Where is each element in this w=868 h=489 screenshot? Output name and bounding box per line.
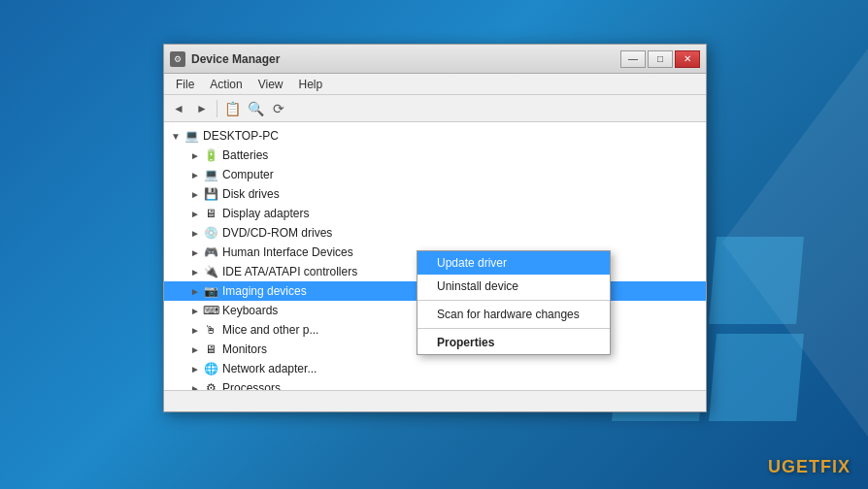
expand-batteries[interactable]: ► (187, 147, 203, 163)
scan-hardware-button[interactable]: ⟳ (268, 98, 289, 119)
disk-label: Disk drives (222, 187, 280, 201)
list-item[interactable]: ► ⚙ Processors (164, 378, 706, 390)
list-item[interactable]: ► 🔋 Batteries (164, 146, 706, 165)
tree-root[interactable]: ▼ 💻 DESKTOP-PC (164, 126, 706, 146)
toolbar-separator-1 (217, 100, 217, 117)
expand-network[interactable]: ► (187, 361, 203, 376)
monitors-icon: 🖥 (203, 342, 218, 357)
update-driver-button[interactable]: 🔍 (245, 98, 266, 119)
expand-display[interactable]: ► (187, 206, 203, 221)
titlebar-buttons: — □ ✕ (620, 50, 700, 68)
expand-ide[interactable]: ► (187, 264, 203, 279)
display-label: Display adapters (222, 207, 309, 220)
processors-label: Processors (222, 381, 281, 390)
statusbar (164, 390, 706, 411)
close-button[interactable]: ✕ (675, 50, 700, 68)
expand-processors[interactable]: ► (187, 380, 203, 390)
expand-computer[interactable]: ► (187, 167, 203, 182)
list-item[interactable]: ► 💿 DVD/CD-ROM drives (164, 223, 706, 243)
titlebar: ⚙ Device Manager — □ ✕ (164, 45, 706, 74)
device-manager-window: ⚙ Device Manager — □ ✕ File Action View … (163, 44, 707, 412)
ctx-separator-2 (417, 328, 610, 329)
list-item[interactable]: ► 💾 Disk drives (164, 184, 706, 204)
expand-imaging[interactable]: ► (187, 283, 203, 299)
network-icon: 🌐 (203, 361, 218, 376)
forward-button[interactable]: ► (191, 98, 213, 119)
expand-monitors[interactable]: ► (187, 342, 203, 357)
processors-icon: ⚙ (203, 380, 218, 390)
computer-label: Computer (222, 168, 274, 181)
ctx-update-driver[interactable]: Update driver (417, 251, 610, 275)
batteries-icon: 🔋 (203, 147, 218, 163)
keyboard-label: Keyboards (222, 304, 278, 317)
network-label: Network adapter... (222, 362, 317, 375)
watermark-etfix: ETFIX (796, 457, 851, 476)
root-label: DESKTOP-PC (203, 129, 279, 143)
computer-icon: 💻 (184, 128, 199, 144)
watermark-ug: UG (768, 457, 796, 476)
maximize-button[interactable]: □ (648, 50, 673, 68)
hid-icon: 🎮 (203, 244, 218, 260)
menubar: File Action View Help (164, 74, 706, 95)
properties-button[interactable]: 📋 (221, 98, 243, 119)
back-button[interactable]: ◄ (168, 98, 189, 119)
display-icon: 🖥 (203, 206, 218, 221)
menu-view[interactable]: View (250, 76, 291, 93)
menu-action[interactable]: Action (202, 76, 250, 93)
disk-icon: 💾 (203, 186, 218, 202)
menu-help[interactable]: Help (291, 76, 331, 93)
dvd-icon: 💿 (203, 225, 218, 241)
ide-label: IDE ATA/ATAPI controllers (222, 265, 357, 278)
expand-dvd[interactable]: ► (187, 225, 203, 241)
context-menu: Update driver Uninstall device Scan for … (417, 250, 611, 355)
ctx-uninstall-device[interactable]: Uninstall device (417, 275, 610, 298)
menu-file[interactable]: File (168, 76, 202, 93)
ctx-properties[interactable]: Properties (417, 331, 610, 354)
ctx-scan-hardware[interactable]: Scan for hardware changes (417, 303, 610, 326)
monitors-label: Monitors (222, 342, 267, 356)
window-icon: ⚙ (170, 51, 185, 67)
expand-keyboard[interactable]: ► (187, 303, 203, 318)
mice-icon: 🖱 (203, 322, 218, 338)
list-item[interactable]: ► 🖥 Display adapters (164, 204, 706, 223)
imaging-label: Imaging devices (222, 284, 307, 298)
expand-root[interactable]: ▼ (168, 128, 184, 144)
expand-hid[interactable]: ► (187, 244, 203, 260)
watermark: UGETFIX (768, 457, 851, 477)
minimize-button[interactable]: — (620, 50, 646, 68)
mice-label: Mice and other p... (222, 323, 318, 337)
expand-mice[interactable]: ► (187, 322, 203, 338)
toolbar: ◄ ► 📋 🔍 ⟳ (164, 95, 706, 122)
ide-icon: 🔌 (203, 264, 218, 279)
ctx-separator (417, 300, 610, 301)
computer-icon: 💻 (203, 167, 218, 182)
window-title: Device Manager (191, 52, 620, 66)
hid-label: Human Interface Devices (222, 245, 353, 259)
main-content: ▼ 💻 DESKTOP-PC ► 🔋 Batteries ► 💻 Compute… (164, 122, 706, 390)
expand-disk[interactable]: ► (187, 186, 203, 202)
desktop: ⚙ Device Manager — □ ✕ File Action View … (0, 0, 868, 489)
list-item[interactable]: ► 💻 Computer (164, 165, 706, 184)
imaging-icon: 📷 (203, 283, 218, 299)
batteries-label: Batteries (222, 148, 268, 162)
list-item[interactable]: ► 🌐 Network adapter... (164, 359, 706, 378)
dvd-label: DVD/CD-ROM drives (222, 226, 332, 240)
keyboard-icon: ⌨ (203, 303, 218, 318)
